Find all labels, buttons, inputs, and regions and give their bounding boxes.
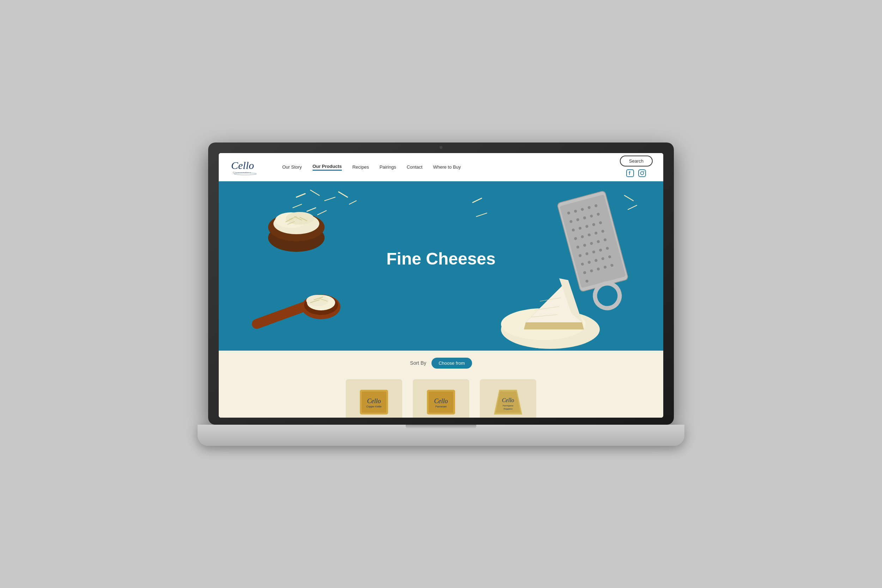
svg-text:Cello: Cello xyxy=(434,398,448,405)
nav-pairings[interactable]: Pairings xyxy=(380,164,396,170)
svg-line-22 xyxy=(339,192,348,197)
hero-title: Fine Cheeses xyxy=(386,249,495,268)
svg-line-23 xyxy=(349,201,356,204)
product-card-3[interactable]: Cello Parmigiano Reggiano xyxy=(480,379,536,418)
svg-text:Cello: Cello xyxy=(367,398,381,405)
svg-text:Copper Kettle: Copper Kettle xyxy=(366,405,382,408)
nav-our-story[interactable]: Our Story xyxy=(282,164,302,170)
sort-dropdown-button[interactable]: Choose from xyxy=(432,358,472,369)
svg-text:Parmesan: Parmesan xyxy=(435,405,447,408)
nav-recipes[interactable]: Recipes xyxy=(352,164,369,170)
products-section: Cello Copper Kettle Cello Parmesan xyxy=(219,376,663,418)
svg-point-12 xyxy=(286,212,314,225)
site-header: Cello Cheesemakers Our Story Our Product… xyxy=(219,153,663,181)
product-image-1: Cello Copper Kettle xyxy=(353,384,395,418)
hero-section: Fine Cheeses xyxy=(219,181,663,351)
sort-section: Sort By Choose from xyxy=(219,351,663,376)
svg-text:Parmigiano: Parmigiano xyxy=(503,405,514,407)
product-image-3: Cello Parmigiano Reggiano xyxy=(487,384,529,418)
svg-line-88 xyxy=(624,195,633,201)
svg-text:Cello: Cello xyxy=(231,159,254,171)
svg-point-6 xyxy=(640,171,644,175)
laptop-body: Cello Cheesemakers Our Story Our Product… xyxy=(208,142,674,424)
nav-where-to-buy[interactable]: Where to Buy xyxy=(433,164,461,170)
svg-rect-5 xyxy=(639,170,646,177)
laptop-camera xyxy=(440,146,442,149)
svg-line-90 xyxy=(476,213,487,217)
site-logo[interactable]: Cello Cheesemakers xyxy=(230,158,261,177)
facebook-icon[interactable]: f xyxy=(626,169,634,179)
instagram-icon[interactable] xyxy=(638,169,646,179)
svg-text:Reggiano: Reggiano xyxy=(504,408,513,410)
product-card-2[interactable]: Cello Parmesan xyxy=(413,379,469,418)
svg-point-7 xyxy=(644,171,644,171)
cheese-wedge-grater xyxy=(469,188,646,351)
laptop-base xyxy=(198,424,684,446)
search-button[interactable]: Search xyxy=(620,156,652,166)
laptop-screen: Cello Cheesemakers Our Story Our Product… xyxy=(219,153,663,418)
laptop: Cello Cheesemakers Our Story Our Product… xyxy=(208,142,674,446)
nav-contact[interactable]: Contact xyxy=(407,164,423,170)
sort-label: Sort By xyxy=(410,360,426,366)
product-card-1[interactable]: Cello Copper Kettle xyxy=(346,379,402,418)
svg-marker-83 xyxy=(524,322,584,330)
site-nav: Our Story Our Products Recipes Pairings … xyxy=(282,164,620,171)
svg-text:f: f xyxy=(629,170,630,176)
cheese-spoon xyxy=(247,272,346,344)
svg-text:Cello: Cello xyxy=(502,397,514,403)
laptop-hinge xyxy=(406,424,476,429)
cheese-bowl xyxy=(261,192,332,264)
social-icons: f xyxy=(626,169,646,179)
nav-our-products[interactable]: Our Products xyxy=(313,164,342,171)
svg-line-87 xyxy=(473,198,482,202)
product-image-2: Cello Parmesan xyxy=(420,384,462,418)
svg-line-89 xyxy=(628,205,637,210)
header-right: Search f xyxy=(620,156,652,179)
svg-rect-35 xyxy=(560,194,626,288)
